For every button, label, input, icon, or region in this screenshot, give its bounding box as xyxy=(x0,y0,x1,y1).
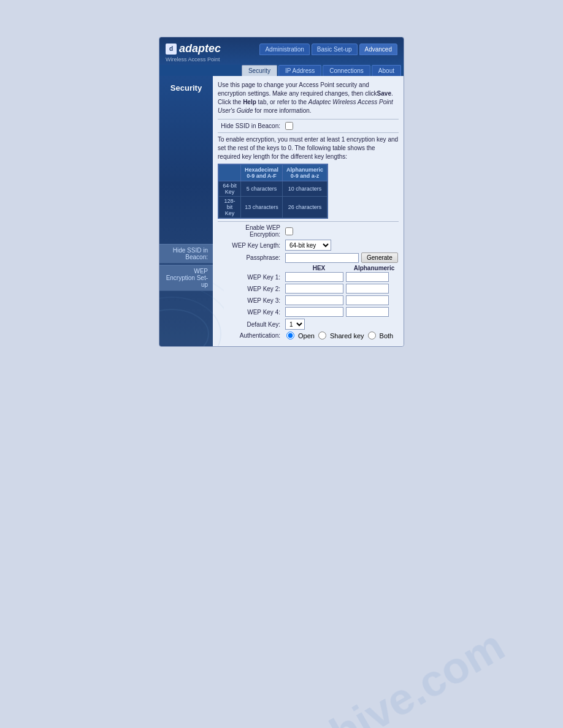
wep-128-hex: 13 characters xyxy=(240,197,282,218)
auth-shared-radio[interactable] xyxy=(318,332,326,339)
wep-key-4-hex-input[interactable] xyxy=(285,307,343,317)
wep-info-table: Hexadecimal0-9 and A-F Alphanumeric0-9 a… xyxy=(218,164,328,219)
enable-wep-checkbox[interactable] xyxy=(285,227,293,235)
wep-key-1-hex-input[interactable] xyxy=(285,272,343,282)
default-key-control: 1 2 3 4 xyxy=(285,319,399,330)
sub-nav-about[interactable]: About xyxy=(372,65,401,76)
wep-key-1-alpha-input[interactable] xyxy=(346,272,389,282)
wep-key-2-alpha-input[interactable] xyxy=(346,284,389,294)
wep-64-alpha: 10 characters xyxy=(282,181,327,197)
generate-button[interactable]: Generate xyxy=(361,252,398,263)
wep-key-4-label: WEP Key 4: xyxy=(218,309,285,316)
content-area: Security Hide SSID in Beacon: WEP Encryp… xyxy=(159,76,404,346)
sub-nav: Security IP Address Connections About xyxy=(159,65,404,76)
hex-column-header: HEX xyxy=(288,265,350,271)
hex-alpha-header: HEX Alphanumeric xyxy=(288,265,399,271)
hide-ssid-label: Hide SSID in Beacon: xyxy=(218,123,285,129)
wep-table-row-64: 64-bit Key 5 characters 10 characters xyxy=(219,181,327,197)
auth-open-radio[interactable] xyxy=(286,332,294,339)
wep-key-1-control xyxy=(285,272,399,282)
wep-table-col-hex: Hexadecimal0-9 and A-F xyxy=(240,165,282,181)
wep-key-4-row: WEP Key 4: xyxy=(218,307,399,317)
wep-key-2-control xyxy=(285,284,399,294)
authentication-row: Authentication: Open Shared key Both xyxy=(218,332,399,339)
wep-key-3-control xyxy=(285,295,399,305)
brand-subtitle: Wireless Access Point xyxy=(166,56,221,63)
left-panel: Security Hide SSID in Beacon: WEP Encryp… xyxy=(159,76,213,346)
enable-wep-row: Enable WEP Encryption: xyxy=(218,224,399,238)
hide-ssid-control xyxy=(285,122,399,130)
separator-1 xyxy=(218,119,399,119)
enable-wep-label: Enable WEP Encryption: xyxy=(218,224,285,238)
passphrase-row: Passphrase: Generate xyxy=(218,252,399,263)
router-panel: d adaptec Wireless Access Point Administ… xyxy=(159,37,404,347)
wep-64-label: 64-bit Key xyxy=(219,181,241,197)
wep-128-alpha: 26 characters xyxy=(282,197,327,218)
wep-128-label: 128-bit Key xyxy=(219,197,241,218)
wep-key-2-hex-input[interactable] xyxy=(285,284,343,294)
wep-key-2-label: WEP Key 2: xyxy=(218,286,285,292)
wep-key-3-row: WEP Key 3: xyxy=(218,295,399,305)
wep-key-3-label: WEP Key 3: xyxy=(218,297,285,304)
main-content: Use this page to change your Access Poin… xyxy=(213,76,404,346)
wep-table-col-keytype xyxy=(219,165,241,181)
brand-name: adaptec xyxy=(179,42,221,55)
hide-ssid-checkbox[interactable] xyxy=(285,122,293,130)
wep-key-3-alpha-input[interactable] xyxy=(346,295,389,305)
wep-key-length-label: WEP Key Length: xyxy=(218,242,285,249)
separator-3 xyxy=(218,221,399,222)
passphrase-control: Generate xyxy=(285,252,399,263)
wep-key-1-row: WEP Key 1: xyxy=(218,272,399,282)
brand-icon: d xyxy=(166,44,177,55)
svg-point-0 xyxy=(159,309,209,346)
svg-point-1 xyxy=(159,297,221,346)
passphrase-label: Passphrase: xyxy=(218,254,285,261)
sub-nav-security[interactable]: Security xyxy=(242,65,277,76)
auth-both-label: Both xyxy=(380,332,394,339)
sub-nav-ip-address[interactable]: IP Address xyxy=(278,65,321,76)
section-label-wep: WEP Encryption Set-up xyxy=(159,265,213,291)
auth-open-label: Open xyxy=(298,332,315,339)
auth-both-radio[interactable] xyxy=(368,332,376,339)
wep-table-col-alpha: Alphanumeric0-9 and a-z xyxy=(282,165,327,181)
enable-wep-control xyxy=(285,227,399,235)
brand-area: d adaptec Wireless Access Point xyxy=(166,42,221,63)
authentication-control: Open Shared key Both xyxy=(285,332,399,339)
passphrase-input[interactable] xyxy=(285,253,359,263)
auth-shared-label: Shared key xyxy=(330,332,364,339)
authentication-label: Authentication: xyxy=(218,332,285,339)
separator-2 xyxy=(218,132,399,133)
watermark: manualsarchive.com xyxy=(109,620,513,728)
default-key-row: Default Key: 1 2 3 4 xyxy=(218,319,399,330)
wep-64-hex: 5 characters xyxy=(240,181,282,197)
top-nav-advanced[interactable]: Advanced xyxy=(359,44,397,55)
panel-header: d adaptec Wireless Access Point Administ… xyxy=(159,37,404,65)
wep-key-4-alpha-input[interactable] xyxy=(346,307,389,317)
sub-nav-connections[interactable]: Connections xyxy=(323,65,370,76)
wep-key-length-control: 64-bit key 128-bit key xyxy=(285,240,399,251)
wep-key-length-select[interactable]: 64-bit key 128-bit key xyxy=(285,240,331,251)
hide-ssid-row: Hide SSID in Beacon: xyxy=(218,122,399,130)
brand-logo: d adaptec xyxy=(166,42,221,55)
wep-key-4-control xyxy=(285,307,399,317)
page-title: Security xyxy=(159,76,213,100)
top-nav-administration[interactable]: Administration xyxy=(259,44,309,55)
section-label-hide-ssid: Hide SSID in Beacon: xyxy=(159,244,213,264)
default-key-label: Default Key: xyxy=(218,321,285,328)
default-key-select[interactable]: 1 2 3 4 xyxy=(285,319,305,330)
wep-key-length-row: WEP Key Length: 64-bit key 128-bit key xyxy=(218,240,399,251)
wep-table-row-128: 128-bit Key 13 characters 26 characters xyxy=(219,197,327,218)
description-text: Use this page to change your Access Poin… xyxy=(218,81,399,115)
wep-key-2-row: WEP Key 2: xyxy=(218,284,399,294)
wep-key-1-label: WEP Key 1: xyxy=(218,274,285,281)
wep-key-3-hex-input[interactable] xyxy=(285,295,343,305)
top-nav-basic-setup[interactable]: Basic Set-up xyxy=(312,44,358,55)
wep-description: To enable encryption, you must enter at … xyxy=(218,135,399,161)
top-nav: Administration Basic Set-up Advanced xyxy=(259,44,397,55)
alpha-column-header: Alphanumeric xyxy=(350,265,399,271)
